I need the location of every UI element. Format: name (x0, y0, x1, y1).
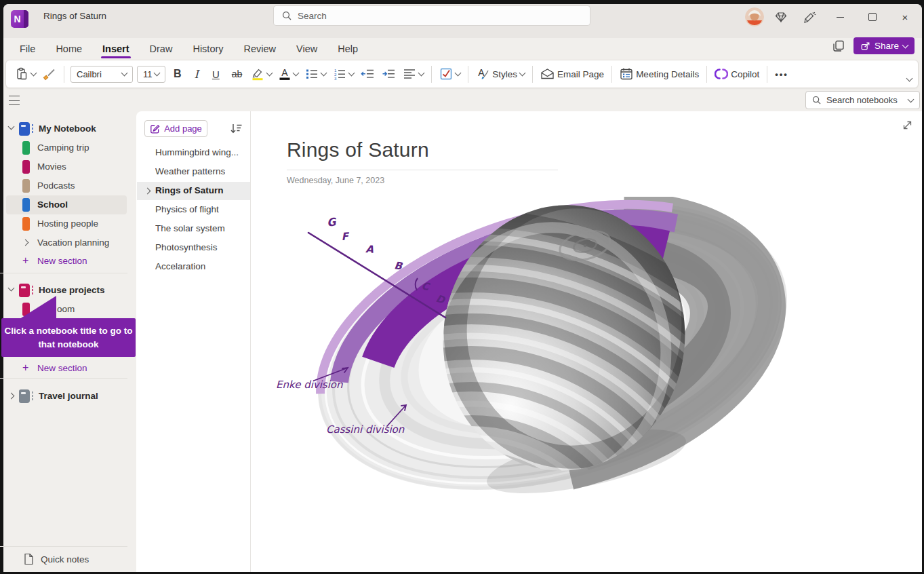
new-section-button[interactable]: + New section (0, 252, 136, 270)
menu-insert[interactable]: Insert (92, 39, 140, 58)
page-title: Photosynthesis (155, 242, 218, 252)
copilot-button[interactable]: Copilot (711, 64, 763, 83)
menu-draw[interactable]: Draw (140, 39, 183, 58)
add-page-label: Add page (164, 123, 202, 134)
quick-notes-label: Quick notes (41, 554, 89, 565)
font-name-chevron-icon (121, 70, 128, 77)
underline-button[interactable]: U (205, 66, 226, 83)
more-options-button[interactable]: ••• (771, 66, 792, 82)
page-item[interactable]: Weather patterns (137, 163, 250, 181)
font-size-select[interactable]: 11 (137, 66, 165, 83)
page-item-selected[interactable]: Rings of Saturn (137, 182, 250, 200)
todo-tag-button[interactable] (436, 64, 464, 83)
onenote-app-icon: N (11, 10, 28, 28)
section-color-tab (22, 217, 30, 231)
plus-icon: + (22, 254, 28, 267)
page-item[interactable]: The solar system (137, 220, 250, 238)
menu-history[interactable]: History (182, 39, 233, 58)
page-item[interactable]: Accelaration (137, 258, 250, 276)
sidebar-divider (0, 273, 127, 273)
section-camping-trip[interactable]: Camping trip (0, 138, 136, 157)
user-avatar[interactable] (745, 7, 764, 26)
page-title: Weather patterns (155, 166, 225, 176)
side-panels-icon[interactable] (832, 39, 845, 53)
sort-pages-button[interactable] (230, 122, 242, 137)
section-podcasts[interactable]: Podcasts (0, 176, 136, 195)
section-movies[interactable]: Movies (0, 157, 136, 176)
share-button[interactable]: Share (853, 37, 915, 54)
notebook-my-notebook[interactable]: My Notebook (0, 119, 136, 138)
expand-page-button[interactable] (902, 119, 913, 134)
email-page-button[interactable]: Email Page (537, 64, 607, 83)
onenote-icon-spine (24, 10, 28, 28)
page-item[interactable]: Photosynthesis (137, 239, 250, 257)
ribbon-divider (767, 66, 767, 83)
numbered-list-button[interactable]: 123 (329, 64, 357, 83)
premium-diamond-icon[interactable] (769, 5, 792, 28)
meeting-details-button[interactable]: Meeting Details (616, 64, 702, 83)
bullet-list-button[interactable] (302, 64, 329, 83)
font-color-button[interactable]: A (275, 64, 302, 83)
title-underline (287, 170, 558, 170)
tooltip-pointer (20, 296, 56, 319)
increase-indent-button[interactable] (378, 64, 399, 83)
meeting-details-label: Meeting Details (636, 69, 699, 79)
page-item[interactable]: Hummingbird wing... (137, 144, 250, 162)
section-label: Hosting people (37, 218, 98, 229)
menu-file[interactable]: File (9, 39, 45, 58)
paste-button[interactable] (12, 64, 39, 83)
maximize-button[interactable] (859, 3, 886, 31)
strikethrough-button[interactable]: ab (226, 66, 248, 82)
ribbon-divider (706, 66, 707, 83)
todo-checkbox-icon (439, 67, 453, 81)
cassini-division-label: Cassini division (326, 423, 405, 436)
new-section-button[interactable]: + New section (0, 360, 136, 377)
decrease-indent-button[interactable] (357, 64, 378, 83)
copilot-label: Copilot (731, 69, 759, 79)
ring-label-f: F (341, 230, 350, 243)
search-input[interactable]: Search (273, 5, 590, 26)
menu-view[interactable]: View (286, 39, 327, 58)
chevron-down-icon (8, 285, 15, 292)
section-label: Camping trip (37, 142, 89, 153)
minimize-button[interactable] (826, 3, 853, 31)
section-group-vacation-planning[interactable]: Vacation planning (0, 233, 136, 252)
quick-notes-page-icon (24, 553, 34, 565)
menubar: File Home Insert Draw History Review Vie… (9, 39, 368, 58)
close-button[interactable]: × (891, 3, 919, 31)
styles-button[interactable]: A Styles (473, 64, 528, 83)
copilot-icon (715, 67, 728, 81)
feedback-megaphone-icon[interactable] (798, 5, 821, 28)
search-icon (282, 11, 292, 20)
quick-notes-button[interactable]: Quick notes (0, 550, 136, 570)
svg-text:A: A (282, 67, 289, 78)
email-envelope-icon (540, 67, 555, 81)
chevron-right-icon (8, 393, 15, 400)
menu-home[interactable]: Home (45, 39, 92, 58)
numbered-list-chevron-icon (348, 70, 355, 77)
bold-button[interactable]: B (167, 65, 188, 83)
italic-button[interactable]: I (188, 65, 205, 83)
note-title[interactable]: Rings of Saturn (287, 138, 429, 161)
notebook-name: Travel journal (39, 391, 98, 401)
highlighter-button[interactable] (247, 64, 275, 83)
format-painter-button[interactable] (39, 64, 60, 83)
bullet-list-icon (305, 67, 319, 81)
search-notebooks-select[interactable]: Search notebooks (805, 91, 920, 109)
menu-help[interactable]: Help (327, 39, 368, 58)
search-notebooks-chevron-icon (908, 96, 915, 102)
section-hosting-people[interactable]: Hosting people (0, 214, 136, 233)
add-page-button[interactable]: Add page (144, 120, 207, 137)
numbered-list-icon: 123 (333, 67, 346, 81)
font-name-select[interactable]: Cailbri (71, 66, 133, 83)
notebook-travel-journal[interactable]: Travel journal (0, 387, 136, 406)
nav-hamburger-button[interactable] (7, 94, 22, 107)
page-item[interactable]: Physics of flight (137, 201, 250, 219)
menu-review[interactable]: Review (234, 39, 287, 58)
section-school[interactable]: School (0, 195, 136, 214)
notebook-icon (19, 122, 30, 136)
section-color-tab (22, 141, 30, 155)
alignment-button[interactable] (399, 64, 427, 83)
sidebar-divider (0, 546, 127, 547)
ring-label-g: G (326, 215, 338, 229)
